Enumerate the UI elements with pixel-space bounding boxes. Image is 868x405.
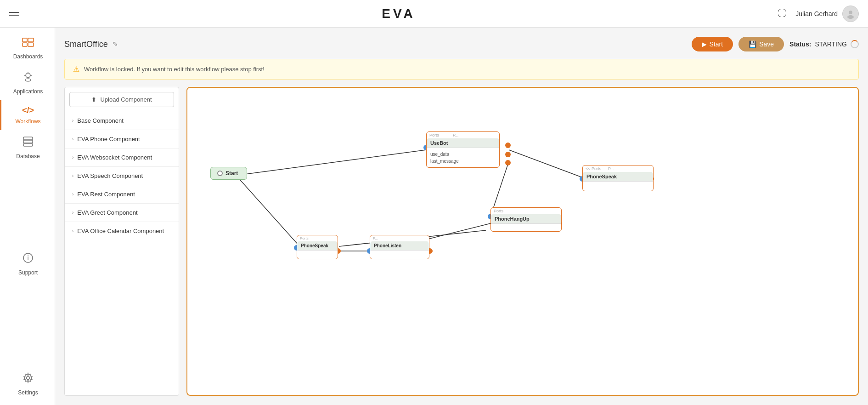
sidebar-item-dashboards[interactable]: Dashboards bbox=[0, 32, 55, 65]
phonelisten-node[interactable]: P... PhoneListen bbox=[370, 235, 429, 259]
workflow-canvas[interactable]: Start Ports P... UseBot use_data last_me… bbox=[186, 87, 859, 396]
component-item-greet[interactable]: › EVA Greet Component bbox=[65, 203, 179, 222]
upload-icon: ⬆ bbox=[91, 96, 96, 103]
svg-point-6 bbox=[26, 73, 30, 78]
usebot-node[interactable]: Ports P... UseBot use_data last_message bbox=[426, 131, 500, 168]
usebot-ports-label: Ports P... bbox=[427, 132, 499, 138]
workflow-area: SmartOffice ✎ ▶ Start 💾 Save Status: STA… bbox=[55, 28, 868, 405]
status-spinner bbox=[851, 40, 859, 48]
sidebar: Dashboards Applications </> Workflows bbox=[0, 28, 55, 405]
phonespeak-top-node[interactable]: << Ports P... PhoneSpeak bbox=[582, 165, 654, 191]
workflow-header: SmartOffice ✎ ▶ Start 💾 Save Status: STA… bbox=[64, 37, 859, 51]
component-item-websocket[interactable]: › EVA Websocket Component bbox=[65, 148, 179, 166]
database-icon bbox=[22, 136, 34, 150]
app-logo: EVA bbox=[382, 6, 416, 21]
workflows-icon: </> bbox=[22, 106, 34, 115]
status-area: Status: STARTING bbox=[789, 40, 859, 48]
sidebar-workflows-label: Workflows bbox=[15, 118, 40, 125]
phonelisten-header: PhoneListen bbox=[370, 241, 429, 251]
user-name: Julian Gerhard bbox=[795, 10, 838, 17]
user-area: ⛶ Julian Gerhard bbox=[778, 6, 859, 22]
hamburger-menu[interactable] bbox=[9, 12, 19, 16]
phonehangup-body bbox=[491, 224, 561, 231]
fullscreen-icon[interactable]: ⛶ bbox=[778, 9, 786, 18]
chevron-icon-greet: › bbox=[72, 210, 73, 215]
component-item-base[interactable]: › Base Component bbox=[65, 112, 179, 130]
workflow-body: ⬆ Upload Component › Base Component › EV… bbox=[64, 87, 859, 396]
svg-rect-12 bbox=[23, 137, 33, 140]
svg-rect-5 bbox=[28, 43, 34, 46]
status-label: Status: bbox=[789, 40, 811, 48]
component-item-calendar[interactable]: › EVA Office Calendar Component bbox=[65, 222, 179, 240]
support-icon: i bbox=[22, 252, 34, 267]
edit-icon[interactable]: ✎ bbox=[113, 40, 118, 48]
save-icon: 💾 bbox=[749, 40, 756, 48]
warning-icon: ⚠ bbox=[73, 65, 79, 74]
svg-rect-14 bbox=[23, 143, 33, 146]
phonespeak-bottom-header: PhoneSpeak bbox=[297, 241, 338, 251]
upload-component-button[interactable]: ⬆ Upload Component bbox=[69, 92, 174, 107]
sidebar-support-label: Support bbox=[18, 269, 38, 276]
dashboards-icon bbox=[22, 38, 34, 51]
phonespeak-bottom-ports: Ports bbox=[297, 235, 338, 241]
component-item-rest[interactable]: › EVA Rest Component bbox=[65, 185, 179, 203]
svg-point-0 bbox=[849, 11, 852, 14]
sidebar-item-workflows[interactable]: </> Workflows bbox=[0, 100, 55, 130]
chevron-icon-calendar: › bbox=[72, 228, 73, 234]
svg-line-19 bbox=[238, 177, 298, 244]
chevron-icon-speech: › bbox=[72, 173, 73, 178]
component-item-phone[interactable]: › EVA Phone Component bbox=[65, 130, 179, 148]
svg-point-25 bbox=[505, 152, 511, 157]
chevron-icon-phone: › bbox=[72, 137, 73, 142]
sidebar-applications-label: Applications bbox=[13, 88, 43, 95]
start-node[interactable]: Start bbox=[210, 167, 247, 180]
chevron-icon-rest: › bbox=[72, 192, 73, 197]
settings-icon bbox=[22, 372, 34, 387]
svg-rect-4 bbox=[23, 43, 27, 46]
component-item-speech[interactable]: › EVA Speech Component bbox=[65, 166, 179, 185]
phonespeak-bottom-node[interactable]: Ports PhoneSpeak bbox=[297, 235, 338, 259]
workflow-name: SmartOffice bbox=[64, 40, 108, 49]
top-header: EVA ⛶ Julian Gerhard bbox=[0, 0, 868, 28]
sidebar-item-applications[interactable]: Applications bbox=[0, 65, 55, 100]
user-avatar[interactable] bbox=[842, 6, 859, 22]
phonehangup-node[interactable]: Ports PhoneHangUp bbox=[490, 207, 562, 232]
svg-point-17 bbox=[27, 376, 30, 380]
sidebar-settings-label: Settings bbox=[18, 389, 38, 396]
chevron-icon-websocket: › bbox=[72, 155, 73, 160]
component-list: ⬆ Upload Component › Base Component › EV… bbox=[64, 87, 179, 396]
workflow-controls: ▶ Start 💾 Save Status: STARTING bbox=[692, 37, 859, 51]
start-output-port bbox=[217, 171, 223, 176]
usebot-node-body: use_data last_message bbox=[427, 148, 499, 167]
svg-line-18 bbox=[238, 150, 426, 175]
status-value: STARTING bbox=[815, 40, 847, 48]
svg-point-24 bbox=[505, 143, 511, 148]
svg-point-26 bbox=[505, 160, 511, 165]
phonehangup-ports-label: Ports bbox=[491, 208, 561, 214]
sidebar-item-settings[interactable]: Settings bbox=[0, 366, 55, 405]
svg-rect-13 bbox=[23, 140, 33, 143]
applications-icon bbox=[22, 71, 34, 86]
svg-rect-3 bbox=[28, 38, 34, 42]
sidebar-item-support[interactable]: i Support bbox=[0, 246, 55, 285]
warning-banner: ⚠ Workflow is locked. If you want to edi… bbox=[64, 59, 859, 80]
save-button[interactable]: 💾 Save bbox=[738, 37, 784, 51]
phonelisten-ports: P... bbox=[370, 235, 429, 241]
sidebar-database-label: Database bbox=[16, 153, 39, 160]
workflow-title-area: SmartOffice ✎ bbox=[64, 40, 118, 49]
sidebar-item-database[interactable]: Database bbox=[0, 130, 55, 165]
canvas-svg bbox=[187, 88, 858, 395]
start-button[interactable]: ▶ Start bbox=[692, 37, 733, 51]
svg-rect-2 bbox=[23, 38, 27, 42]
sidebar-dashboards-label: Dashboards bbox=[13, 53, 43, 60]
phonespeak-top-body bbox=[583, 182, 653, 191]
warning-text: Workflow is locked. If you want to edit … bbox=[84, 66, 265, 73]
start-node-label: Start bbox=[225, 170, 238, 177]
play-icon: ▶ bbox=[702, 40, 707, 48]
svg-text:i: i bbox=[27, 254, 28, 262]
usebot-node-header: UseBot bbox=[427, 138, 499, 148]
main-content: SmartOffice ✎ ▶ Start 💾 Save Status: STA… bbox=[55, 28, 868, 405]
phonehangup-header: PhoneHangUp bbox=[491, 214, 561, 224]
svg-point-1 bbox=[847, 15, 854, 19]
phonespeak-top-ports-label: << Ports P... bbox=[583, 165, 653, 172]
